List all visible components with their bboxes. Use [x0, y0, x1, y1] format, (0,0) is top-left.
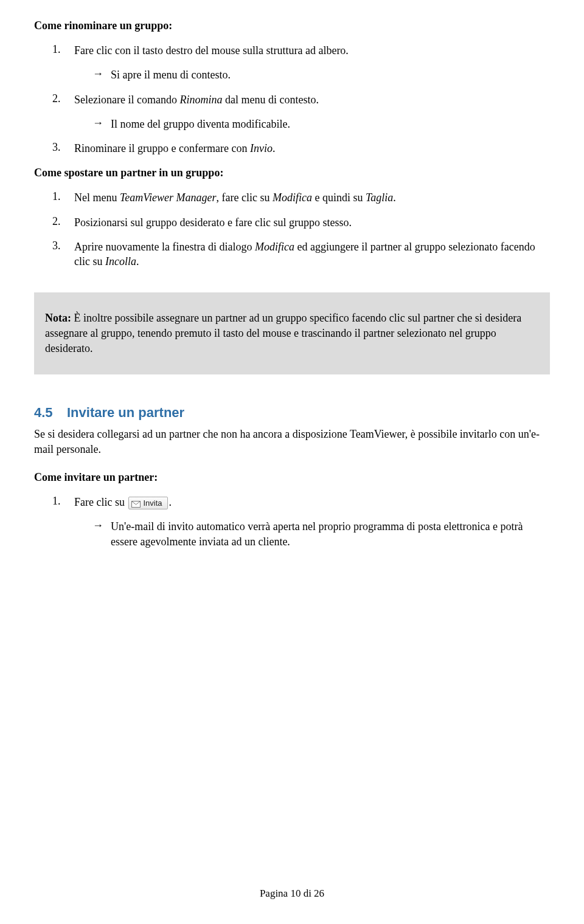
move-partner-heading: Come spostare un partner in un gruppo:	[34, 167, 550, 179]
invite-partner-heading: Come invitare un partner:	[34, 471, 550, 484]
italic-term: Modifica	[255, 241, 294, 253]
italic-term: Invio	[250, 142, 273, 154]
note-label: Nota:	[45, 312, 71, 324]
result-text: Un'e-mail di invito automatico verrà ape…	[111, 519, 550, 549]
text-fragment: .	[393, 191, 396, 204]
step-text: Nel menu TeamViewer Manager, fare clic s…	[74, 190, 550, 205]
result-row: → Un'e-mail di invito automatico verrà a…	[34, 519, 550, 549]
step-number: 3.	[34, 240, 74, 269]
rename-group-heading: Come rinominare un gruppo:	[34, 19, 550, 32]
step-text: Rinominare il gruppo e confermare con In…	[74, 141, 550, 156]
italic-term: Incolla	[105, 255, 136, 267]
italic-term: Rinomina	[179, 94, 222, 106]
list-item: 1. Fare clic con il tasto destro del mou…	[34, 43, 550, 58]
italic-term: Modifica	[273, 191, 312, 204]
step-text: Fare clic con il tasto destro del mouse …	[74, 43, 550, 58]
step-number: 2.	[34, 92, 74, 107]
document-page: Come rinominare un gruppo: 1. Fare clic …	[0, 0, 584, 924]
envelope-icon	[131, 500, 141, 506]
text-fragment: .	[136, 255, 139, 267]
invita-button[interactable]: Invita	[128, 497, 167, 510]
invita-button-label: Invita	[143, 498, 162, 509]
text-fragment: , fare clic su	[216, 191, 272, 204]
arrow-right-icon: →	[34, 519, 111, 549]
result-text: Si apre il menu di contesto.	[111, 67, 550, 82]
note-box: Nota: È inoltre possibile assegnare un p…	[34, 292, 550, 375]
step-text: Fare clic su Invita .	[74, 495, 550, 510]
section-heading-4-5: 4.5Invitare un partner	[34, 405, 550, 421]
section-paragraph: Se si desidera collegarsi ad un partner …	[34, 427, 550, 457]
arrow-right-icon: →	[34, 117, 111, 131]
page-footer: Pagina 10 di 26	[0, 888, 584, 900]
invite-partner-steps: 1. Fare clic su Invita . → Un'e-mail di …	[34, 495, 550, 549]
list-item: 1. Fare clic su Invita .	[34, 495, 550, 510]
step-text: Selezionare il comando Rinomina dal menu…	[74, 92, 550, 107]
step-text: Posizionarsi sul gruppo desiderato e far…	[74, 215, 550, 230]
section-title: Invitare un partner	[67, 405, 184, 420]
italic-term: Taglia	[366, 191, 393, 204]
step-number: 2.	[34, 215, 74, 230]
list-item: 1. Nel menu TeamViewer Manager, fare cli…	[34, 190, 550, 205]
rename-group-steps: 1. Fare clic con il tasto destro del mou…	[34, 43, 550, 156]
italic-term: TeamViewer Manager	[120, 191, 216, 204]
text-fragment: Fare clic su	[74, 496, 127, 508]
list-item: 3. Rinominare il gruppo e confermare con…	[34, 141, 550, 156]
step-number: 1.	[34, 495, 74, 510]
text-fragment: Aprire nuovamente la finestra di dialogo	[74, 241, 255, 253]
text-fragment: Selezionare il comando	[74, 94, 179, 106]
step-number: 1.	[34, 190, 74, 205]
step-text: Aprire nuovamente la finestra di dialogo…	[74, 240, 550, 269]
result-row: → Si apre il menu di contesto.	[34, 67, 550, 82]
text-fragment: e quindi su	[312, 191, 366, 204]
move-partner-steps: 1. Nel menu TeamViewer Manager, fare cli…	[34, 190, 550, 269]
list-item: 3. Aprire nuovamente la finestra di dial…	[34, 240, 550, 269]
text-fragment: .	[273, 142, 276, 154]
text-fragment: Rinominare il gruppo e confermare con	[74, 142, 250, 154]
step-number: 1.	[34, 43, 74, 58]
result-text: Il nome del gruppo diventa modificabile.	[111, 117, 550, 131]
result-row: → Il nome del gruppo diventa modificabil…	[34, 117, 550, 131]
step-number: 3.	[34, 141, 74, 156]
section-number: 4.5	[34, 405, 67, 421]
list-item: 2. Posizionarsi sul gruppo desiderato e …	[34, 215, 550, 230]
text-fragment: .	[169, 496, 172, 508]
text-fragment: dal menu di contesto.	[222, 94, 318, 106]
arrow-right-icon: →	[34, 67, 111, 82]
list-item: 2. Selezionare il comando Rinomina dal m…	[34, 92, 550, 107]
text-fragment: Nel menu	[74, 191, 120, 204]
note-text: È inoltre possibile assegnare un partner…	[45, 312, 521, 354]
